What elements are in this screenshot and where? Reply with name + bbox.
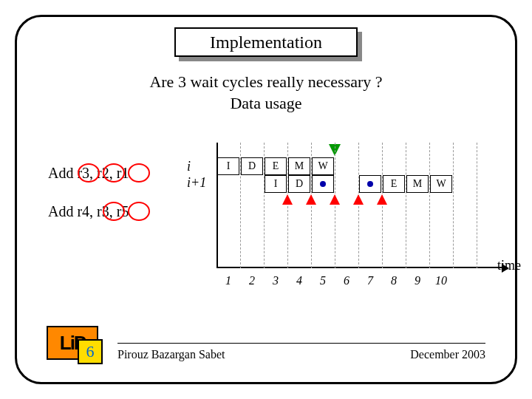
subtitle-line2: Data usage [230,94,301,112]
gridline [406,143,406,268]
slide-frame: Implementation Are 3 wait cycles really … [15,15,517,384]
stage-cell: D [241,157,263,175]
tick-label: 8 [391,274,397,287]
stage-cell: I [217,157,239,175]
stall-dot-icon [367,181,373,187]
stage-cell: M [288,157,310,175]
subtitle-line1: Are 3 wait cycles really necessary ? [149,72,382,91]
stage-cell: W [312,157,334,175]
title-container: Implementation [174,27,358,57]
footer-date: December 2003 [410,348,485,361]
red-triangle-icon [330,194,340,205]
oval-r1-line1 [128,163,150,183]
tick-label: 3 [273,274,279,287]
stage-cell-stall [312,175,334,193]
gridline [429,143,430,268]
stage-cell: D [288,175,310,193]
tick-label: 9 [415,274,420,287]
footer-divider [117,343,485,344]
tick-label: 10 [435,274,447,287]
tick-label: 4 [296,274,302,287]
instruction-2: Add r4, r3, r5 [48,203,129,220]
stage-cell: I [265,175,287,193]
logo-front-text: 6 [86,342,95,361]
stage-cell: M [406,175,429,193]
stall-dot-icon [320,181,326,187]
gridline [477,143,477,268]
tick-label: 6 [344,274,349,287]
row-label-i: i [187,159,191,174]
instruction-1: Add r3, r2, r1 [48,165,129,182]
stage-cell: W [430,175,452,193]
tick-label: 7 [367,274,373,287]
title-box: Implementation [174,27,358,57]
row-label-i1: i+1 [187,175,206,191]
gridline [335,143,335,268]
tick-label: 2 [249,274,255,287]
time-axis-label: time [497,258,521,273]
footer-author: Pirouz Bazargan Sabet [117,348,225,361]
x-axis [216,267,503,268]
logo-front: 6 [78,339,103,364]
logo: LiP 6 [47,326,106,367]
red-triangle-icon [306,194,316,205]
stage-cell: E [383,175,405,193]
gridline [382,143,383,268]
stage-cell-stall [359,175,381,193]
red-triangle-icon [353,194,364,205]
stage-cell: E [265,157,287,175]
tick-label: 1 [225,274,231,287]
title-text: Implementation [210,33,322,52]
gridline [453,143,454,268]
oval-r5-line2 [128,202,150,221]
red-triangle-icon [282,194,293,205]
pipeline-chart: 1 2 3 4 5 6 7 8 9 10 I D E M W I D E M W [216,143,490,268]
subtitle: Are 3 wait cycles really necessary ? Dat… [17,72,515,114]
red-triangle-icon [377,194,387,205]
gridline [358,143,359,268]
tick-label: 5 [320,274,326,287]
